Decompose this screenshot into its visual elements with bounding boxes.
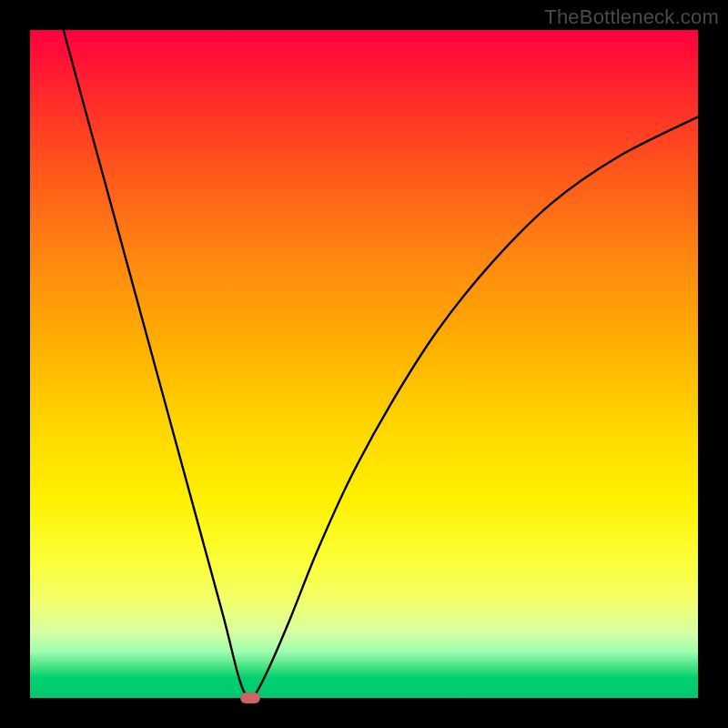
bottleneck-curve	[64, 30, 698, 698]
plot-area	[30, 30, 698, 698]
watermark-text: TheBottleneck.com	[544, 5, 719, 29]
curve-svg	[30, 30, 698, 698]
optimal-marker	[240, 693, 260, 703]
